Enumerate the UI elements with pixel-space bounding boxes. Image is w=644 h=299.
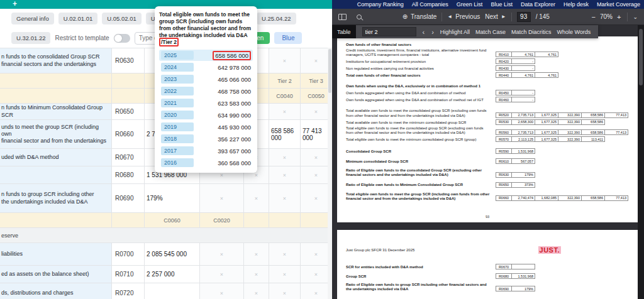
history-row-2023[interactable]: 2023465 066 000 bbox=[159, 73, 253, 85]
year-badge: 2020 bbox=[161, 111, 194, 119]
row-value: 658,586 bbox=[582, 129, 605, 135]
tab-u020101[interactable]: U.02.01.01 bbox=[58, 13, 97, 24]
sheet-cell[interactable] bbox=[145, 283, 200, 299]
history-row-2020[interactable]: 2020634 990 000 bbox=[159, 109, 253, 121]
row-value: 2,113,125 bbox=[512, 136, 535, 142]
history-value: 360 568 000 bbox=[218, 160, 251, 166]
zoom-out-button[interactable]: − bbox=[591, 13, 597, 21]
row-text: Group SCR bbox=[346, 275, 496, 279]
row-code: R0440 bbox=[496, 72, 512, 78]
row-text: SCR for entities included with D&A metho… bbox=[346, 265, 496, 269]
statement-row-r0680: Group SCR R0680 1,531,968 bbox=[346, 273, 630, 279]
popup-title-text: Total eligible own funds to meet the gro… bbox=[159, 11, 251, 38]
tab-u250422[interactable]: U.25.04.22 bbox=[257, 13, 296, 24]
statement-row-r0570: Total eligible own funds to meet the min… bbox=[346, 136, 630, 142]
translate-button[interactable]: ⊕ Translate bbox=[402, 13, 437, 20]
blue-button[interactable]: Blue bbox=[274, 32, 302, 44]
next-icon: ► bbox=[501, 14, 506, 19]
nav-company-ranking[interactable]: Company Ranking bbox=[357, 1, 404, 8]
search-icon[interactable] bbox=[357, 14, 362, 19]
year-badge: 2021 bbox=[161, 99, 194, 107]
sheet-cell-disabled: × bbox=[269, 184, 301, 212]
sheet-header-row-codes2: C0060 C0020 bbox=[0, 213, 332, 228]
pdf-scrollbar[interactable] bbox=[638, 25, 644, 299]
left-scrollbar[interactable] bbox=[328, 48, 332, 299]
row-text: Total available own funds to meet the mi… bbox=[346, 121, 496, 125]
history-row-2016[interactable]: 2016360 568 000 bbox=[159, 157, 253, 168]
history-row-2025[interactable]: 2025658 586 000 bbox=[159, 50, 253, 61]
statement-row-r0560: Total eligible own funds to meet the con… bbox=[346, 126, 630, 135]
sheet-cell[interactable]: 2 085 545 000 bbox=[145, 243, 200, 265]
find-option-highlight-all[interactable]: Highlight All bbox=[440, 29, 470, 35]
nav-blue-list[interactable]: Blue List bbox=[491, 1, 513, 8]
sidebar-toggle-icon[interactable] bbox=[338, 14, 347, 20]
row-value: 179% bbox=[512, 172, 535, 178]
zoom-in-button[interactable]: + bbox=[616, 13, 622, 21]
row-value: 658,586 bbox=[582, 195, 605, 201]
find-option-match-case[interactable]: Match Case bbox=[475, 29, 506, 35]
add-tab-button[interactable]: + bbox=[13, 0, 17, 8]
toolbar-menu-chevron-icon[interactable]: ⌄ bbox=[633, 14, 638, 20]
sheet-section-row: eserve bbox=[0, 228, 332, 243]
row-value: 2,740,474 bbox=[512, 195, 535, 201]
zoom-level[interactable]: 70% bbox=[600, 13, 613, 20]
just-logo: JUST. bbox=[538, 246, 561, 254]
tab-general-info[interactable]: General info bbox=[11, 13, 54, 24]
find-option-whole-words[interactable]: Whole Words bbox=[557, 29, 591, 35]
history-row-2022[interactable]: 2022468 758 000 bbox=[159, 85, 253, 97]
find-option-match-diacritics[interactable]: Match Diacritics bbox=[511, 29, 552, 35]
row-value: 1,677,325 bbox=[535, 119, 558, 125]
tab-u320122[interactable]: U.32.01.22 bbox=[11, 32, 50, 44]
row-code: R0420 bbox=[496, 58, 512, 64]
find-previous-icon[interactable]: ‹ bbox=[422, 28, 426, 36]
nav-all-companies[interactable]: All Companies bbox=[412, 1, 448, 8]
column-code bbox=[244, 213, 269, 227]
left-scrollbar-thumb[interactable] bbox=[328, 49, 331, 93]
row-code: R0610 bbox=[496, 158, 512, 164]
row-text: Own funds aggregated when using the D&A … bbox=[346, 98, 496, 102]
sheet-cell-disabled: × bbox=[244, 243, 269, 265]
history-value: 356 227 000 bbox=[218, 136, 251, 143]
find-input[interactable] bbox=[362, 27, 416, 36]
row-label: ds, distributions and charges bbox=[0, 283, 112, 299]
history-row-2019[interactable]: 2019445 930 000 bbox=[159, 121, 253, 133]
restrict-toggle[interactable] bbox=[114, 34, 130, 43]
statement-row-r0650: Ratio of Eligible own funds to Minimum C… bbox=[346, 182, 630, 188]
statement-row-r0420: Institutions for occupational retirement… bbox=[346, 58, 630, 64]
year-badge: 2023 bbox=[161, 75, 194, 84]
row-value: 179% bbox=[512, 286, 535, 291]
row-label: liabilities bbox=[0, 243, 112, 265]
history-row-2021[interactable]: 2021623 583 000 bbox=[159, 97, 253, 109]
row-text: Total available own funds to meet the co… bbox=[346, 109, 496, 117]
pdf-content-area[interactable]: Own funds of other financial sectors Cre… bbox=[332, 25, 638, 299]
nav-green-list[interactable]: Green List bbox=[457, 1, 483, 8]
history-row-2017[interactable]: 2017393 657 000 bbox=[159, 145, 253, 156]
row-code: R0430 bbox=[496, 65, 512, 71]
sheet-cell[interactable]: 2 257 000 bbox=[145, 266, 200, 283]
sheet-cell[interactable]: 658 586 000 bbox=[269, 120, 301, 148]
table-chip[interactable]: Table bbox=[332, 25, 356, 38]
pdf-scrollbar-thumb[interactable] bbox=[639, 29, 643, 85]
page-number-input[interactable] bbox=[517, 12, 531, 22]
row-text: Own funds aggregated when using the D&A … bbox=[346, 91, 496, 95]
nav-help-desk[interactable]: Help desk bbox=[564, 1, 589, 8]
row-label bbox=[0, 73, 112, 88]
previous-page-button[interactable]: ◄ Previous bbox=[447, 13, 480, 20]
history-row-2018[interactable]: 2018356 227 000 bbox=[159, 133, 253, 144]
history-row-2024[interactable]: 2024642 978 000 bbox=[159, 62, 253, 73]
nav-data-explorer[interactable]: Data Explorer bbox=[521, 1, 555, 8]
globe-icon: ⊕ bbox=[402, 13, 408, 20]
nav-market-coverage[interactable]: Market Coverage bbox=[597, 1, 640, 8]
tab-u050201[interactable]: U.05.02.01 bbox=[102, 13, 141, 24]
section-heading: Own funds when using the D&A, exclusivel… bbox=[346, 84, 630, 88]
row-text: Credit institutions, investment firms, f… bbox=[346, 48, 496, 57]
next-page-button[interactable]: Next ► bbox=[485, 13, 506, 20]
row-code: R0690 bbox=[496, 286, 512, 291]
row-label: n funds to group SCR including other the… bbox=[0, 184, 112, 212]
row-code: R0450 bbox=[496, 90, 512, 95]
row-text: Minimum consolidated Group SCR bbox=[346, 160, 496, 164]
sheet-row-r0710: ed as assets on the balance sheet) R0710… bbox=[0, 266, 332, 283]
row-value: 658,586 bbox=[582, 119, 605, 125]
find-next-icon[interactable]: › bbox=[431, 28, 435, 36]
sheet-cell[interactable]: 179% bbox=[145, 184, 200, 212]
